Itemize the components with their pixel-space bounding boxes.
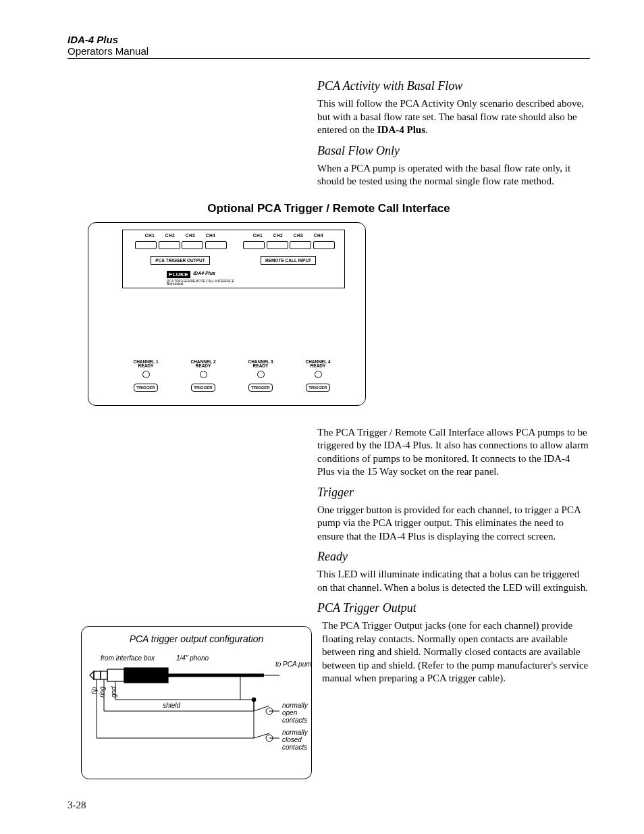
heading-pca-output: PCA Trigger Output <box>317 601 590 615</box>
brand-logo: FLUKE <box>167 271 190 278</box>
header-title: IDA-4 Plus <box>68 34 590 45</box>
jack-icon <box>313 241 335 249</box>
para-basal-only: When a PCA pump is operated with the bas… <box>317 162 590 188</box>
label-normally-open: normally open contacts <box>282 702 310 724</box>
ready-led-icon <box>142 371 150 378</box>
jack-icon <box>135 241 157 249</box>
diagram-interface-box: CH1CH2CH3CH4 PCA TRIGGER OUTPUT CH1CH2CH… <box>88 222 366 406</box>
ready-led-icon <box>315 371 322 378</box>
trigger-button-ch3[interactable]: TRIGGER <box>248 384 272 392</box>
section-title-optional: Optional PCA Trigger / Remote Call Inter… <box>68 202 590 215</box>
heading-basal-only: Basal Flow Only <box>317 144 590 158</box>
ready-led-icon <box>200 371 207 378</box>
para-ready: This LED will illuminate indicating that… <box>317 568 590 594</box>
header-subtitle: Operators Manual <box>68 45 590 57</box>
channel-1-group: CHANNEL 1READY TRIGGER <box>126 360 166 392</box>
jack-icon <box>290 241 311 249</box>
svg-rect-1 <box>101 671 107 679</box>
trigger-button-ch2[interactable]: TRIGGER <box>191 384 215 392</box>
jack-icon <box>243 241 265 249</box>
para-trigger: One trigger button is provided for each … <box>317 504 590 544</box>
label-shield: shield <box>163 702 181 709</box>
diagram-cable-config: PCA trigger output configuration <box>81 626 312 779</box>
channel-4-group: CHANNEL 4READY TRIGGER <box>298 360 338 392</box>
label-ring: ring <box>99 686 106 698</box>
iface-top-panel: CH1CH2CH3CH4 PCA TRIGGER OUTPUT CH1CH2CH… <box>122 230 345 288</box>
channel-3-group: CHANNEL 3READY TRIGGER <box>240 360 281 392</box>
para-pca-basal: This will follow the PCA Activity Only s… <box>317 97 590 137</box>
jack-icon <box>205 241 227 249</box>
para-interface-intro: The PCA Trigger / Remote Call Interface … <box>317 426 590 479</box>
label-gnd: gnd <box>110 686 117 698</box>
heading-trigger: Trigger <box>317 486 590 500</box>
svg-rect-2 <box>107 669 124 681</box>
label-tip: tip <box>90 687 98 694</box>
page-header: IDA-4 Plus Operators Manual <box>68 34 590 59</box>
channel-2-group: CHANNEL 2READY TRIGGER <box>183 360 223 392</box>
heading-pca-basal: PCA Activity with Basal Flow <box>317 79 590 93</box>
jack-icon <box>182 241 203 249</box>
svg-rect-0 <box>94 671 101 679</box>
trigger-button-ch4[interactable]: TRIGGER <box>306 384 329 392</box>
label-phono: 1/4" phono <box>176 654 209 662</box>
jack-icon <box>159 241 180 249</box>
cable-schematic-svg: from interface box 1/4" phono to PCA pum… <box>82 627 311 779</box>
para-pca-output: The PCA Trigger Output jacks (one for ea… <box>322 619 590 685</box>
svg-rect-3 <box>124 668 168 683</box>
label-normally-closed: normally closed contacts <box>282 729 310 751</box>
heading-ready: Ready <box>317 550 590 564</box>
label-to-pump: to PCA pump <box>275 660 311 668</box>
label-pca-trigger-output: PCA TRIGGER OUTPUT <box>151 256 209 265</box>
label-remote-call-input: REMOTE CALL INPUT <box>261 256 316 265</box>
jack-icon <box>267 241 288 249</box>
page-number: 3-28 <box>68 800 590 811</box>
trigger-button-ch1[interactable]: TRIGGER <box>134 384 157 392</box>
ready-led-icon <box>257 371 265 378</box>
label-from-interface: from interface box <box>101 654 155 662</box>
